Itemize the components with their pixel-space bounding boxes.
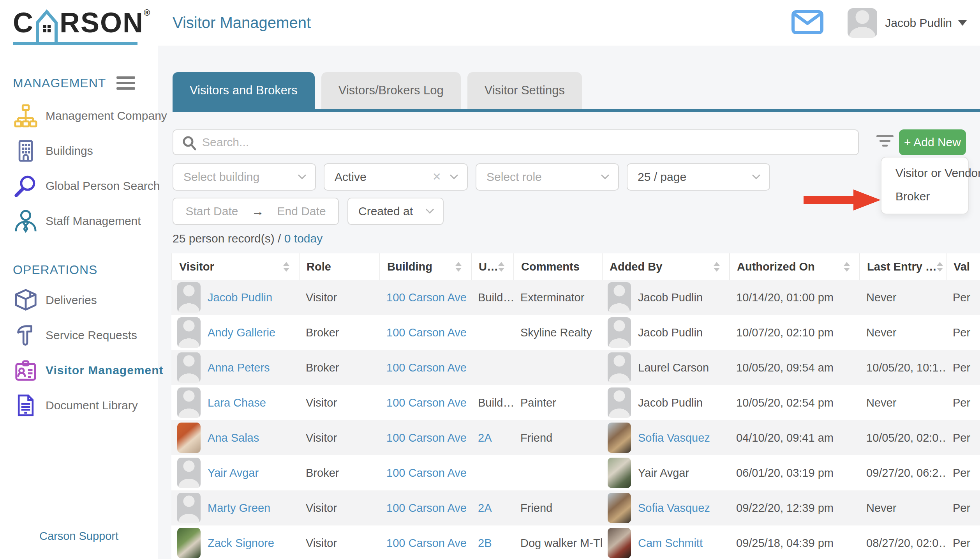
content-area: Visitors and BrokersVistors/Brokers LogV…	[158, 46, 980, 559]
sort-icon[interactable]	[455, 262, 462, 272]
visitor-name-link[interactable]: Andy Gallerie	[208, 326, 275, 339]
table-row: Jacob Pudlin Visitor 100 Carson Ave Buil…	[171, 280, 980, 315]
chevron-down-icon	[298, 171, 306, 179]
tab-visitors-and-brokers[interactable]: Visitors and Brokers	[173, 72, 315, 109]
visitor-avatar	[177, 317, 201, 348]
menu-toggle-icon[interactable]	[116, 73, 135, 93]
added-by-name[interactable]: Sofia Vasquez	[638, 432, 710, 444]
column-header-last-entry[interactable]: Last Entry …	[859, 253, 946, 280]
filter-icon[interactable]	[876, 135, 894, 150]
added-by-name[interactable]: Sofia Vasquez	[638, 502, 710, 515]
role-cell: Visitor	[306, 502, 337, 515]
sidebar-section-management: MANAGEMENT Management Company Buildings …	[0, 73, 158, 239]
visitor-name-link[interactable]: Lara Chase	[208, 396, 266, 409]
valid-cell: Per	[953, 326, 970, 339]
sidebar-item-document-library[interactable]: Document Library	[0, 388, 158, 423]
building-link[interactable]: 100 Carson Ave	[386, 432, 467, 444]
sort-icon[interactable]	[498, 262, 504, 272]
building-link[interactable]: 100 Carson Ave	[386, 396, 467, 409]
table-body: Jacob Pudlin Visitor 100 Carson Ave Buil…	[171, 280, 980, 559]
valid-cell: Per	[953, 291, 970, 304]
role-filter-placeholder: Select role	[486, 170, 542, 184]
user-avatar[interactable]	[848, 8, 877, 38]
sidebar-item-buildings[interactable]: Buildings	[0, 133, 158, 168]
building-link[interactable]: 100 Carson Ave	[386, 467, 467, 479]
column-header-added-by[interactable]: Added By	[602, 253, 729, 280]
authorized-on-cell: 06/01/20, 03:19 pm	[736, 467, 834, 479]
visitor-name-link[interactable]: Marty Green	[208, 502, 270, 515]
building-link[interactable]: 100 Carson Ave	[386, 361, 467, 374]
date-range-filter[interactable]: Start Date → End Date	[173, 198, 339, 225]
mail-icon[interactable]	[791, 10, 823, 36]
sidebar-item-deliveries[interactable]: Deliveries	[0, 283, 158, 318]
section-title-operations: OPERATIONS	[13, 263, 97, 277]
added-by-name[interactable]: Cam Schmitt	[638, 537, 703, 550]
page-title: Visitor Management	[173, 0, 311, 46]
visitor-name-link[interactable]: Yair Avgar	[208, 467, 259, 479]
building-filter[interactable]: Select building	[173, 163, 316, 191]
building-link[interactable]: 100 Carson Ave	[386, 537, 467, 550]
role-filter[interactable]: Select role	[476, 163, 619, 191]
record-count: 25 person record(s) / 0 today	[173, 232, 323, 245]
sidebar-item-global-person-search[interactable]: Global Person Search	[0, 168, 158, 203]
visitor-name-link[interactable]: Anna Peters	[208, 361, 270, 374]
unit-link: Build…	[478, 291, 513, 304]
sidebar-item-visitor-management[interactable]: Visitor Management	[0, 353, 158, 388]
sort-icon[interactable]	[937, 262, 943, 272]
sidebar-item-management-company[interactable]: Management Company	[0, 98, 158, 133]
logo-underline	[13, 42, 137, 45]
added-by-name: Laurel Carson	[638, 361, 709, 374]
today-link[interactable]: 0 today	[284, 232, 323, 245]
app-window: C RSON ® MANAGEMENT Management	[0, 0, 980, 559]
logo-text-left: C	[13, 7, 34, 38]
column-header-visitor[interactable]: Visitor	[171, 253, 299, 280]
page-size-filter[interactable]: 25 / page	[627, 163, 770, 191]
sidebar-item-staff-management[interactable]: Staff Management	[0, 203, 158, 239]
visitor-name-link[interactable]: Jacob Pudlin	[208, 291, 272, 304]
visitor-name-link[interactable]: Zack Signore	[208, 537, 274, 550]
building-link[interactable]: 100 Carson Ave	[386, 326, 467, 339]
building-icon	[13, 138, 39, 164]
building-filter-placeholder: Select building	[183, 170, 259, 184]
chevron-down-icon	[752, 171, 760, 179]
column-header-authorized-on[interactable]: Authorized On	[729, 253, 859, 280]
valid-cell: Per	[953, 396, 970, 409]
tab-vistors-brokers-log[interactable]: Vistors/Brokers Log	[321, 72, 461, 109]
added-by-name: Jacob Pudlin	[638, 291, 703, 304]
unit-link[interactable]: 2A	[478, 432, 492, 444]
building-link[interactable]: 100 Carson Ave	[386, 502, 467, 515]
comments-cell: Painter	[520, 396, 556, 409]
sort-icon[interactable]	[283, 262, 289, 272]
unit-link[interactable]: 2B	[478, 537, 492, 550]
clear-icon[interactable]	[432, 170, 441, 183]
person-search-icon	[13, 173, 39, 199]
add-new-button[interactable]: + Add New	[899, 129, 966, 155]
unit-link[interactable]: 2A	[478, 502, 492, 515]
tab-visitor-settings[interactable]: Visitor Settings	[467, 72, 582, 109]
search-input[interactable]	[173, 129, 859, 155]
visitors-table: VisitorRoleBuildingU…CommentsAdded ByAut…	[171, 253, 980, 559]
add-menu-item-broker[interactable]: Broker	[881, 185, 968, 208]
authorized-on-cell: 10/07/20, 02:10 pm	[736, 326, 834, 339]
user-menu-caret-icon[interactable]	[958, 20, 967, 26]
visitor-name-link[interactable]: Ana Salas	[208, 432, 259, 444]
order-by-filter[interactable]: Created at	[347, 198, 444, 225]
valid-cell: Per	[953, 432, 970, 444]
role-cell: Broker	[306, 326, 339, 339]
role-cell: Broker	[306, 361, 339, 374]
column-header-building[interactable]: Building	[379, 253, 471, 280]
carson-logo[interactable]: C RSON ®	[13, 7, 150, 45]
add-menu-item-visitor-or-vendor[interactable]: Visitor or Vendor	[881, 161, 968, 185]
sidebar-item-service-requests[interactable]: Service Requests	[0, 318, 158, 353]
carson-support-link[interactable]: Carson Support	[0, 530, 158, 543]
table-row: Zack Signore Visitor 100 Carson Ave 2B D…	[171, 525, 980, 559]
column-header-u[interactable]: U…	[471, 253, 513, 280]
tab-underline	[173, 109, 980, 112]
authorized-on-cell: 09/22/20, 12:39 pm	[736, 502, 834, 515]
sort-icon[interactable]	[714, 262, 720, 272]
building-link[interactable]: 100 Carson Ave	[386, 291, 467, 304]
sort-icon[interactable]	[844, 262, 850, 272]
visitor-avatar	[177, 282, 201, 313]
page-size-value: 25 / page	[638, 170, 686, 184]
status-filter[interactable]: Active	[324, 163, 468, 191]
